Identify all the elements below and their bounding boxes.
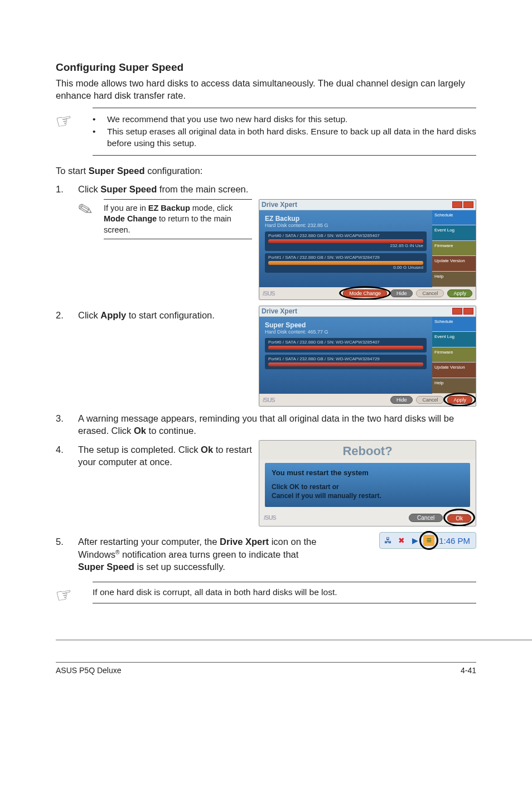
note-content: • We recommend that you use two new hard… bbox=[93, 108, 476, 156]
pencil-icon: ✎ bbox=[76, 197, 96, 222]
apply-button[interactable]: Apply bbox=[447, 289, 472, 297]
drive-xpert-window-superspeed: Drive Xpert Super Speed Hard Disk conten… bbox=[259, 306, 476, 407]
cancel-button[interactable]: Cancel bbox=[416, 289, 444, 297]
disk-bar bbox=[268, 239, 423, 243]
disk-info: Port#0 / SATA / 232.880 GB / SN: WD-WCAP… bbox=[268, 340, 423, 345]
drive-xpert-window-ezbackup: Drive Xpert EZ Backup Hard Disk content:… bbox=[259, 199, 476, 300]
disk-sub: 232.85 G IN Use bbox=[268, 243, 423, 248]
note-bullet-row: • This setup erases all original data in… bbox=[93, 126, 476, 149]
mini-note: ✎ If you are in EZ Backup mode, click Mo… bbox=[78, 199, 252, 240]
note-icon-cell: ☞ bbox=[56, 582, 93, 606]
highlight-ring: Mode Change bbox=[343, 290, 387, 296]
note-setup: ☞ • We recommend that you use two new ha… bbox=[56, 108, 476, 156]
window-body: EZ Backup Hard Disk content: 232.85 G Po… bbox=[259, 210, 476, 287]
section-intro: This mode allows two hard disks to acces… bbox=[56, 77, 476, 102]
row-step1: ✎ If you are in EZ Backup mode, click Mo… bbox=[56, 199, 476, 300]
t: If you are in bbox=[104, 204, 148, 212]
ok-button[interactable]: Ok bbox=[447, 514, 471, 523]
mini-note-content: If you are in EZ Backup mode, click Mode… bbox=[104, 199, 252, 240]
row-step2: 2. Click Apply to start configuration. D… bbox=[56, 306, 476, 407]
note-bullet-1: We recommend that you use two new hard d… bbox=[107, 114, 476, 125]
minimize-icon[interactable] bbox=[452, 201, 462, 208]
cancel-button[interactable]: Cancel bbox=[409, 514, 443, 522]
t: is set up successfully. bbox=[134, 562, 225, 572]
t: After restarting your computer, the bbox=[78, 537, 220, 547]
page: Configuring Super Speed This mode allows… bbox=[0, 0, 532, 708]
step-number: 2. bbox=[56, 309, 78, 321]
side-item[interactable]: Event Log bbox=[432, 225, 476, 241]
cancel-button[interactable]: Cancel bbox=[416, 396, 444, 404]
t: Super Speed bbox=[78, 562, 134, 572]
section-title: Configuring Super Speed bbox=[56, 61, 476, 74]
window-side: Schedule Event Log Firmware Update Versi… bbox=[432, 317, 476, 394]
t: notification area turns green to indicat… bbox=[119, 549, 298, 559]
footer-left: ASUS P5Q Deluxe bbox=[56, 666, 122, 675]
highlight-ring: ≡ bbox=[423, 535, 434, 546]
step-3: 3. A warning message appears, reminding … bbox=[56, 412, 476, 437]
t: Mode Change bbox=[104, 214, 157, 223]
disk-bar bbox=[268, 346, 423, 350]
hand-pointing-icon: ☞ bbox=[54, 583, 74, 608]
t: Apply bbox=[100, 310, 126, 320]
close-icon[interactable] bbox=[463, 308, 473, 315]
t: Click bbox=[78, 310, 100, 320]
hide-button[interactable]: Hide bbox=[390, 289, 413, 297]
side-item[interactable]: Help bbox=[432, 378, 476, 394]
disk-bar bbox=[268, 261, 423, 265]
note-icon-cell: ✎ bbox=[78, 199, 104, 220]
reboot-footer: /SUS Cancel Ok bbox=[259, 510, 476, 526]
reboot-body: You must restart the system Click OK to … bbox=[265, 463, 470, 507]
bullet-icon: • bbox=[93, 126, 107, 138]
side-item[interactable]: Help bbox=[432, 272, 476, 287]
t: to continue. bbox=[146, 426, 196, 436]
right-col: Drive Xpert EZ Backup Hard Disk content:… bbox=[259, 199, 476, 300]
disk-info: Port#1 / SATA / 232.880 GB / SN: WD-WCAP… bbox=[268, 356, 423, 361]
t: from the main screen. bbox=[157, 184, 248, 194]
window-body: Super Speed Hard Disk content: 465.77 G … bbox=[259, 317, 476, 394]
step-number: 1. bbox=[56, 183, 78, 195]
mode-title: EZ Backup bbox=[265, 215, 427, 223]
tray-shield-icon[interactable]: ✖ bbox=[396, 535, 407, 545]
apply-button[interactable]: Apply bbox=[447, 396, 472, 404]
disk-info: Port#0 / SATA / 232.880 GB / SN: WD-WCAP… bbox=[268, 233, 423, 238]
t: Ok bbox=[134, 426, 146, 436]
step-1: 1. Click Super Speed from the main scree… bbox=[56, 183, 476, 195]
step-5: 5. After restarting your computer, the D… bbox=[56, 535, 325, 573]
step-number: 5. bbox=[56, 535, 78, 548]
window-footer: /SUS Hide Cancel Apply bbox=[259, 394, 476, 406]
minimize-icon[interactable] bbox=[452, 308, 462, 315]
tray-flag-icon[interactable]: ▶ bbox=[410, 535, 420, 545]
window-side: Schedule Event Log Firmware Update Versi… bbox=[432, 210, 476, 287]
tray-network-icon[interactable]: 🖧 bbox=[383, 535, 393, 545]
side-item[interactable]: Schedule bbox=[432, 210, 476, 226]
side-item[interactable]: Firmware bbox=[432, 347, 476, 363]
left-col: 2. Click Apply to start configuration. bbox=[56, 306, 252, 325]
side-item[interactable]: Update Version bbox=[432, 363, 476, 378]
t: The setup is completed. Click bbox=[78, 445, 201, 455]
mode-subtitle: Hard Disk content: 465.77 G bbox=[265, 329, 427, 335]
window-buttons bbox=[452, 308, 473, 315]
mode-change-button[interactable]: Mode Change bbox=[343, 289, 387, 297]
close-icon[interactable] bbox=[463, 201, 473, 208]
right-col: Drive Xpert Super Speed Hard Disk conten… bbox=[259, 306, 476, 407]
window-title: Drive Xpert bbox=[262, 307, 297, 315]
side-item[interactable]: Firmware bbox=[432, 241, 476, 257]
note-icon-cell: ☞ bbox=[56, 108, 93, 132]
reboot-dialog: Reboot? You must restart the system Clic… bbox=[259, 440, 476, 526]
window-buttons bbox=[452, 201, 473, 208]
step-text: A warning message appears, reminding you… bbox=[78, 412, 476, 437]
to-start-prefix: To start bbox=[56, 166, 89, 176]
mode-subtitle: Hard Disk content: 232.85 G bbox=[265, 223, 427, 228]
side-item[interactable]: Update Version bbox=[432, 256, 476, 272]
disk-slot: Port#1 / SATA / 232.880 GB / SN: WD-WCAP… bbox=[265, 355, 427, 369]
reboot-title: Reboot? bbox=[259, 441, 476, 460]
disk-info: Port#1 / SATA / 232.880 GB / SN: WD-WCAP… bbox=[268, 255, 423, 260]
side-item[interactable]: Schedule bbox=[432, 317, 476, 332]
side-item[interactable]: Event Log bbox=[432, 332, 476, 347]
hide-button[interactable]: Hide bbox=[390, 396, 413, 404]
bullet-icon: • bbox=[93, 114, 107, 125]
step-text: Click Apply to start configuration. bbox=[78, 309, 252, 321]
drive-xpert-tray-icon[interactable]: ≡ bbox=[423, 535, 434, 546]
asus-logo: /SUS bbox=[263, 397, 275, 403]
asus-logo: /SUS bbox=[263, 290, 275, 297]
